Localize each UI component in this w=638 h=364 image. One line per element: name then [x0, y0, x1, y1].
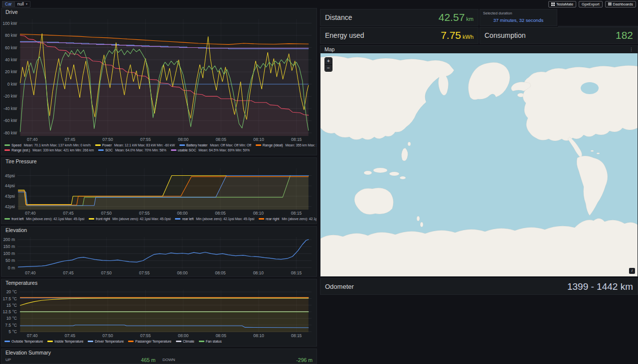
- y-axis-tick-label: -20 kW: [3, 94, 17, 99]
- dashboards-button[interactable]: Dashboards: [605, 1, 636, 7]
- x-axis-tick-label: 07:45: [65, 333, 76, 338]
- car-variable-label: Car: [2, 1, 14, 7]
- x-axis-tick-label: 08:15: [291, 333, 302, 338]
- x-axis-tick-label: 07:50: [101, 270, 112, 275]
- list-icon: [608, 2, 612, 6]
- panel-consumption: Consumption 182: [479, 27, 638, 44]
- y-axis-tick-label: 50 m: [5, 258, 15, 263]
- panel-tire-pressure: Tire Pressure 07:4007:4507:5007:5508:000…: [1, 157, 317, 224]
- legend-item-inside-temperature[interactable]: Inside Temperature: [47, 340, 83, 343]
- legend-item-power[interactable]: PowerMean: 12.1 kW Max: 83 kW Min: -60 k…: [95, 143, 175, 147]
- gpx-export-button[interactable]: GpxExport: [579, 1, 602, 7]
- map-attribution-icon[interactable]: i: [629, 268, 635, 274]
- y-axis-tick-label: 60 kW: [5, 45, 17, 50]
- legend-item-passenger-temperature[interactable]: Passenger Temperature: [128, 340, 171, 343]
- y-axis-tick-label: 200 m: [3, 237, 15, 242]
- legend-item-front-right[interactable]: front rightMin (above zero): 42.1psi Max…: [89, 217, 170, 221]
- elevation-chart[interactable]: 07:4007:4507:5007:5508:0008:0508:1008:15…: [1, 234, 317, 276]
- car-variable-value: null: [17, 1, 24, 7]
- drive-chart[interactable]: 07:4007:4507:5007:5508:0008:0508:1008:15…: [1, 16, 317, 142]
- y-axis-tick-label: 0 kW: [7, 82, 17, 87]
- car-variable-dropdown[interactable]: null ▾: [14, 1, 30, 7]
- legend-item-driver-temperature[interactable]: Driver Temperature: [88, 340, 124, 343]
- legend-swatch: [171, 149, 176, 151]
- legend-label: Inside Temperature: [54, 340, 83, 343]
- legend-label: front left: [11, 217, 23, 221]
- legend-swatch: [95, 144, 101, 146]
- x-axis-tick-label: 08:10: [253, 270, 264, 275]
- legend-label: Driver Temperature: [95, 340, 124, 343]
- legend-swatch: [4, 144, 10, 146]
- car-variable-selector[interactable]: Car null ▾: [2, 1, 30, 7]
- legend-stats: Min (above zero): 42.1psi Max: 45.0psi: [196, 217, 254, 221]
- x-axis-tick-label: 07:55: [140, 333, 151, 338]
- temperatures-chart[interactable]: 07:4007:4507:5007:5508:0008:0508:1008:15…: [1, 287, 317, 339]
- y-axis-tick-label: -60 kW: [3, 118, 17, 123]
- x-axis-tick-label: 07:45: [63, 270, 74, 275]
- legend-item-usable-soc[interactable]: usable SOCMean: 64.5% Max: 69% Min: 59%: [171, 148, 250, 152]
- panel-menu-icon[interactable]: ⋮: [629, 47, 634, 52]
- consumption-label: Consumption: [484, 31, 526, 39]
- legend-label: Outside Temperature: [11, 340, 43, 343]
- elevation-up-value: 465 m: [141, 357, 156, 363]
- legend-swatch: [4, 149, 10, 151]
- legend-swatch: [179, 144, 185, 146]
- legend-label: front right: [96, 217, 110, 221]
- legend-swatch: [4, 218, 10, 220]
- y-axis-tick-label: 80 kW: [5, 33, 17, 38]
- zoom-in-button[interactable]: +: [325, 58, 332, 64]
- y-axis-tick-label: 44psi: [5, 183, 15, 188]
- world-map-svg: [320, 53, 638, 277]
- legend-item-range-est-[interactable]: Range (est.)Mean: 339 km Max: 421 km Min…: [4, 148, 94, 152]
- legend-stats: Min (above zero): 42.1psi Max: 45.0psi: [113, 217, 171, 221]
- energy-used-value: 7.75 kWh: [441, 29, 474, 41]
- panel-temperatures: Temperatures 07:4007:4507:5007:5508:0008…: [1, 279, 317, 347]
- panel-title-elevation: Elevation: [1, 227, 317, 234]
- world-map[interactable]: + − i: [320, 53, 638, 276]
- y-axis-tick-label: 5 °C: [8, 329, 17, 334]
- zoom-out-button[interactable]: −: [325, 64, 332, 71]
- legend-item-fan-status[interactable]: Fan status: [199, 340, 222, 343]
- legend-item-rear-right[interactable]: rear rightMin (above zero): 42.1psi Max:…: [259, 217, 317, 221]
- top-navigation-bar: Car null ▾ TeslaMate GpxExport Dashboard…: [0, 0, 638, 8]
- x-axis-tick-label: 07:55: [139, 270, 150, 275]
- legend-label: Battery heater: [186, 143, 208, 147]
- x-axis-tick-label: 08:15: [291, 211, 302, 216]
- legend-item-speed[interactable]: SpeedMean: 70.1 km/h Max: 137 km/h Min: …: [4, 143, 91, 147]
- x-axis-tick-label: 07:45: [63, 211, 74, 216]
- x-axis-tick-label: 07:55: [140, 137, 151, 142]
- x-axis-tick-label: 08:05: [216, 333, 227, 338]
- legend-item-outside-temperature[interactable]: Outside Temperature: [4, 340, 43, 343]
- panel-elevation-summary: Elevation Summary UP 465 m DOWN -296 m: [1, 349, 317, 364]
- tire-pressure-chart[interactable]: 07:4007:4507:5007:5508:0008:0508:1008:15…: [1, 165, 317, 216]
- energy-used-label: Energy used: [325, 31, 364, 39]
- drive-legend: SpeedMean: 70.1 km/h Max: 137 km/h Min: …: [1, 142, 317, 153]
- legend-swatch: [47, 341, 53, 342]
- tire-pressure-legend: front leftMin (above zero): 42.1psi Max:…: [1, 216, 317, 222]
- teslamate-button[interactable]: TeslaMate: [548, 1, 576, 7]
- distance-label: Distance: [325, 13, 352, 21]
- chevron-down-icon: ▾: [26, 1, 27, 7]
- apps-icon: [551, 2, 555, 6]
- distance-value: 42.57 km: [439, 11, 474, 23]
- legend-item-range-ideal-[interactable]: Range (ideal)Mean: 355 km Max: 381 km Mi…: [256, 143, 317, 147]
- legend-label: Range (ideal): [263, 143, 283, 147]
- legend-item-soc[interactable]: SOCMean: 64.0% Max: 70% Min: 58%: [98, 148, 166, 152]
- y-axis-tick-label: -80 kW: [3, 130, 17, 135]
- x-axis-tick-label: 07:40: [27, 137, 38, 142]
- legend-item-climate[interactable]: Climate: [176, 340, 194, 343]
- legend-stats: Mean: 64.0% Max: 70% Min: 58%: [115, 148, 166, 152]
- x-axis-tick-label: 08:05: [215, 211, 226, 216]
- y-axis-tick-label: 10 °C: [6, 316, 17, 321]
- y-axis-tick-label: 100 kW: [2, 21, 17, 26]
- y-axis-tick-label: 40 kW: [5, 57, 17, 62]
- elevation-up-label: UP: [5, 358, 11, 362]
- legend-label: Passenger Temperature: [135, 340, 171, 343]
- legend-item-front-left[interactable]: front leftMin (above zero): 42.1psi Max:…: [4, 217, 84, 221]
- legend-item-rear-left[interactable]: rear leftMin (above zero): 42.1psi Max: …: [175, 217, 254, 221]
- legend-stats: Min (above zero): 42.1psi Max: 45.0psi: [26, 217, 84, 221]
- legend-stats: Mean: 355 km Max: 381 km Min: 325 km: [286, 143, 317, 147]
- selected-duration-value[interactable]: 37 minutes, 32 seconds: [480, 17, 557, 23]
- legend-item-battery-heater[interactable]: Battery heaterMean: Off Max: Off Min: Of…: [179, 143, 251, 147]
- odometer-value: 1399 - 1442 km: [567, 281, 633, 292]
